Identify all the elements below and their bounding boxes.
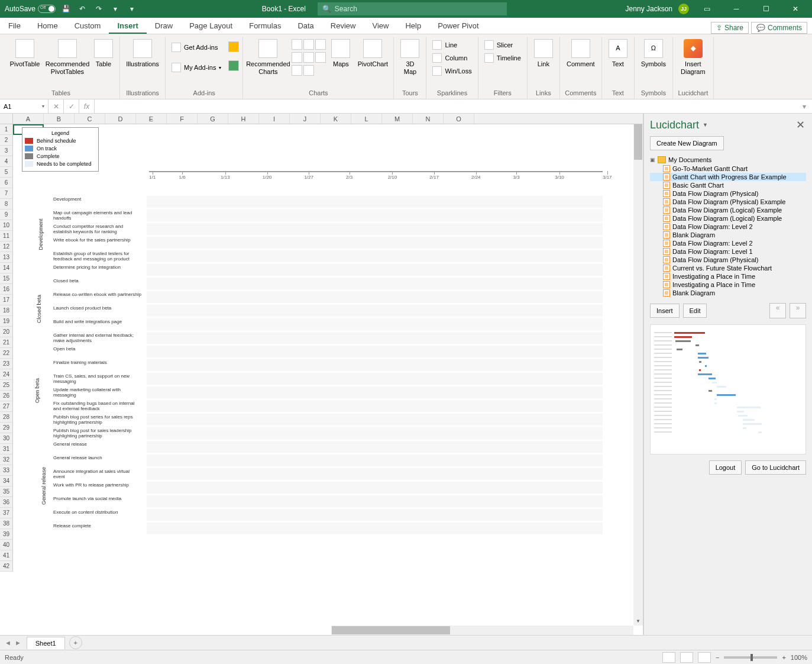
row-header[interactable]: 9 bbox=[0, 209, 13, 220]
ribbon-tab-view[interactable]: View bbox=[364, 19, 397, 34]
row-header[interactable]: 36 bbox=[0, 497, 13, 508]
page-break-view-icon[interactable] bbox=[698, 652, 711, 663]
zoom-in-icon[interactable]: + bbox=[782, 654, 785, 661]
name-box[interactable]: A1▾ bbox=[0, 99, 48, 113]
zoom-out-icon[interactable]: − bbox=[716, 654, 719, 661]
row-header[interactable]: 41 bbox=[0, 550, 13, 561]
maps-button[interactable]: Maps bbox=[328, 37, 353, 70]
row-header[interactable]: 25 bbox=[0, 380, 13, 391]
row-header[interactable]: 16 bbox=[0, 284, 13, 295]
hscroll-thumb[interactable] bbox=[332, 626, 450, 634]
ribbon-tab-data[interactable]: Data bbox=[289, 19, 322, 34]
row-header[interactable]: 34 bbox=[0, 476, 13, 486]
row-header[interactable]: 20 bbox=[0, 327, 13, 337]
row-header[interactable]: 40 bbox=[0, 540, 13, 550]
row-header[interactable]: 1 bbox=[0, 124, 13, 135]
area-chart-icon[interactable] bbox=[292, 52, 302, 63]
create-diagram-button[interactable]: Create New Diagram bbox=[650, 136, 724, 150]
row-header[interactable]: 33 bbox=[0, 465, 13, 476]
tree-item[interactable]: Blank Diagram bbox=[650, 231, 806, 239]
vertical-scrollbar[interactable]: ▲ ▼ bbox=[633, 124, 643, 626]
row-header[interactable]: 23 bbox=[0, 359, 13, 369]
tree-item[interactable]: Data Flow Diagram (Physical) bbox=[650, 256, 806, 264]
tree-item[interactable]: Data Flow Diagram (Physical) bbox=[650, 189, 806, 198]
column-header[interactable]: M bbox=[382, 114, 413, 124]
row-header[interactable]: 30 bbox=[0, 433, 13, 444]
tree-item[interactable]: Data Flow Diagram (Physical) Example bbox=[650, 198, 806, 206]
document-tree[interactable]: ▣ My Documents Go-To-Market Gantt ChartG… bbox=[650, 155, 806, 297]
ribbon-tab-draw[interactable]: Draw bbox=[147, 19, 181, 34]
line-chart-icon[interactable] bbox=[303, 39, 314, 50]
symbols-button[interactable]: ΩSymbols bbox=[638, 37, 669, 70]
column-header[interactable]: E bbox=[136, 114, 167, 124]
row-header[interactable]: 38 bbox=[0, 518, 13, 529]
tree-item[interactable]: Investigating a Place in Time bbox=[650, 272, 806, 281]
autosave-toggle[interactable]: AutoSave Off bbox=[5, 5, 56, 13]
close-icon[interactable]: ✕ bbox=[784, 0, 807, 18]
column-header[interactable]: B bbox=[44, 114, 75, 124]
insert-diagram-button[interactable]: ◆Insert Diagram bbox=[677, 37, 710, 78]
sheet-nav-next-icon[interactable]: ► bbox=[15, 639, 21, 646]
my-addins-button[interactable]: My Add-ins▾ bbox=[169, 62, 224, 73]
row-header[interactable]: 12 bbox=[0, 241, 13, 252]
tree-item[interactable]: Gantt Chart with Progress Bar Example bbox=[650, 173, 806, 181]
pane-dropdown-icon[interactable]: ▼ bbox=[703, 122, 708, 128]
expand-formula-icon[interactable]: ▾ bbox=[797, 99, 812, 113]
goto-lucidchart-button[interactable]: Go to Lucidchart bbox=[745, 460, 806, 475]
ribbon-tab-help[interactable]: Help bbox=[397, 19, 429, 34]
comments-button[interactable]: 💬Comments bbox=[751, 22, 807, 34]
row-header[interactable]: 6 bbox=[0, 178, 13, 188]
row-header[interactable]: 15 bbox=[0, 273, 13, 284]
zoom-level[interactable]: 100% bbox=[791, 654, 807, 661]
collapse-icon[interactable]: ▣ bbox=[650, 157, 655, 163]
table-button[interactable]: Table bbox=[91, 37, 116, 70]
row-header[interactable]: 22 bbox=[0, 348, 13, 359]
comment-button[interactable]: Comment bbox=[564, 37, 598, 70]
get-addins-button[interactable]: Get Add-ins bbox=[169, 41, 224, 53]
column-header[interactable]: J bbox=[290, 114, 321, 124]
formula-input[interactable] bbox=[95, 99, 797, 113]
row-header[interactable]: 29 bbox=[0, 423, 13, 433]
ribbon-tab-file[interactable]: File bbox=[0, 19, 29, 34]
bar-chart-icon[interactable] bbox=[292, 39, 302, 50]
qat-icon[interactable]: ▾ bbox=[109, 2, 122, 15]
normal-view-icon[interactable] bbox=[662, 652, 675, 663]
row-header[interactable]: 10 bbox=[0, 220, 13, 231]
ribbon-display-icon[interactable]: ▭ bbox=[695, 0, 719, 18]
row-header[interactable]: 5 bbox=[0, 167, 13, 178]
fx-icon[interactable]: fx bbox=[79, 99, 95, 113]
tree-item[interactable]: Basic Gantt Chart bbox=[650, 181, 806, 189]
zoom-slider[interactable] bbox=[724, 656, 777, 659]
sheet-tab[interactable]: Sheet1 bbox=[27, 637, 65, 649]
tree-item[interactable]: Data Flow Diagram: Level 2 bbox=[650, 239, 806, 247]
insert-button[interactable]: Insert bbox=[650, 304, 680, 318]
tree-item[interactable]: Data Flow Diagram (Logical) Example bbox=[650, 214, 806, 223]
column-header[interactable]: L bbox=[351, 114, 382, 124]
column-header[interactable]: C bbox=[75, 114, 105, 124]
3d-map-button[interactable]: 3D Map bbox=[397, 37, 422, 78]
tree-item[interactable]: Data Flow Diagram: Level 1 bbox=[650, 247, 806, 256]
stock-chart-icon[interactable] bbox=[292, 65, 302, 76]
row-header[interactable]: 42 bbox=[0, 561, 13, 572]
spark-winloss-button[interactable]: Win/Loss bbox=[430, 65, 474, 77]
logout-button[interactable]: Logout bbox=[709, 460, 742, 475]
illustrations-button[interactable]: Illustrations bbox=[124, 37, 161, 70]
undo-icon[interactable]: ↶ bbox=[76, 2, 89, 15]
column-header[interactable]: F bbox=[167, 114, 198, 124]
ribbon-tab-custom[interactable]: Custom bbox=[66, 19, 109, 34]
row-header[interactable]: 26 bbox=[0, 391, 13, 401]
row-header[interactable]: 32 bbox=[0, 455, 13, 465]
ribbon-tab-page-layout[interactable]: Page Layout bbox=[181, 19, 241, 34]
sheet-nav-prev-icon[interactable]: ◄ bbox=[5, 639, 11, 646]
row-header[interactable]: 13 bbox=[0, 252, 13, 263]
ribbon-tab-review[interactable]: Review bbox=[322, 19, 364, 34]
ribbon-tab-formulas[interactable]: Formulas bbox=[241, 19, 289, 34]
horizontal-scrollbar[interactable] bbox=[331, 626, 633, 635]
next-page-button[interactable]: » bbox=[790, 303, 806, 318]
maximize-icon[interactable]: ☐ bbox=[754, 0, 778, 18]
timeline-button[interactable]: Timeline bbox=[482, 52, 523, 64]
qat-icon-2[interactable]: ▾ bbox=[125, 2, 138, 15]
slicer-button[interactable]: Slicer bbox=[482, 39, 523, 51]
ribbon-tab-home[interactable]: Home bbox=[29, 19, 66, 34]
row-header[interactable]: 17 bbox=[0, 295, 13, 305]
